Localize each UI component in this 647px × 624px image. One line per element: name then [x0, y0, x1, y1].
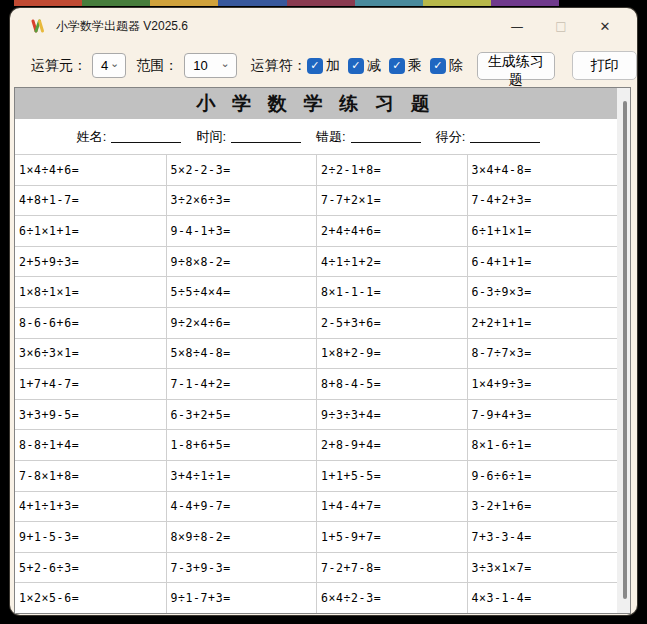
scrollbar-thumb[interactable]: [623, 101, 627, 599]
problem-cell: 1+1+5-5=: [316, 460, 467, 491]
problem-cell: 4-4+9-7=: [166, 491, 317, 522]
info-field: 得分:: [436, 128, 556, 146]
app-window: 小学数学出题器 V2025.6 — □ ✕ 运算元： 4 ⌄ 范围： 10 ⌄ …: [10, 8, 637, 615]
print-button[interactable]: 打印: [572, 51, 637, 80]
chevron-down-icon: ⌄: [221, 59, 230, 67]
problem-cell: 9÷2×4÷6=: [166, 307, 317, 338]
problem-cell: 2+8-9+4=: [316, 429, 467, 460]
problem-cell: 1×4+9÷3=: [467, 368, 618, 399]
worksheet-title: 小 学 数 学 练 习 题: [196, 91, 436, 117]
info-field-label: 时间:: [196, 128, 226, 146]
worksheet-area: 小 学 数 学 练 习 题 姓名:时间:错题:得分: 1×4÷4+6=5×2-2…: [14, 87, 631, 614]
problems-table: 1×4÷4+6=5×2-2-3=2÷2-1+8=3×4+4-8=4+8+1-7=…: [15, 154, 617, 613]
problem-cell: 7-3+9-3=: [166, 552, 317, 583]
worksheet-title-band: 小 学 数 学 练 习 题: [15, 88, 617, 119]
problem-cell: 9÷3÷3+4=: [316, 399, 467, 430]
problem-cell: 9+1-5-3=: [15, 521, 166, 552]
problem-cell: 6÷1+1×1=: [467, 215, 618, 246]
problem-cell: 6÷1×1+1=: [15, 215, 166, 246]
problem-cell: 9-4-1+3=: [166, 215, 317, 246]
operators-group: ✓加✓减✓乘✓除: [307, 57, 471, 75]
artifact-color-segment: [218, 0, 286, 6]
problem-cell: 8+8-4-5=: [316, 368, 467, 399]
problem-cell: 6-3+2+5=: [166, 399, 317, 430]
artifact-color-segment: [150, 0, 218, 6]
problem-cell: 2+5+9÷3=: [15, 246, 166, 277]
problem-cell: 8×1-6÷1=: [467, 429, 618, 460]
artifact-color-segment: [355, 0, 423, 6]
problem-cell: 6×4÷2-3=: [316, 582, 467, 613]
operator-checkbox-除[interactable]: ✓除: [430, 57, 463, 75]
problem-cell: 2+4÷4+6=: [316, 215, 467, 246]
problem-cell: 6-3÷9×3=: [467, 276, 618, 307]
titlebar: 小学数学出题器 V2025.6 — □ ✕: [10, 8, 637, 44]
problem-cell: 7-9+4+3=: [467, 399, 618, 430]
operators-label: 运算符：: [251, 57, 307, 75]
close-button[interactable]: ✕: [583, 8, 627, 44]
checkbox-checked-icon[interactable]: ✓: [389, 58, 405, 74]
toolbar: 运算元： 4 ⌄ 范围： 10 ⌄ 运算符： ✓加✓减✓乘✓除 生成练习题 打印: [10, 44, 637, 87]
info-field: 姓名:: [77, 128, 197, 146]
problem-cell: 3×4+4-8=: [467, 154, 618, 185]
range-select[interactable]: 10 ⌄: [184, 53, 237, 78]
artifact-color-segment: [287, 0, 355, 6]
problem-cell: 6-4+1+1=: [467, 246, 618, 277]
problem-cell: 1-8+6+5=: [166, 429, 317, 460]
worksheet-sheet: 小 学 数 学 练 习 题 姓名:时间:错题:得分: 1×4÷4+6=5×2-2…: [15, 88, 617, 613]
operand-count-value: 4: [101, 58, 108, 73]
info-field-blank-line: [231, 130, 301, 143]
problem-cell: 8×9÷8-2=: [166, 521, 317, 552]
problem-cell: 1×8+2-9=: [316, 338, 467, 369]
info-field: 时间:: [196, 128, 316, 146]
info-field-blank-line: [111, 130, 181, 143]
artifact-color-segment: [491, 0, 559, 6]
problem-cell: 9÷1-7+3=: [166, 582, 317, 613]
problem-cell: 3×6÷3×1=: [15, 338, 166, 369]
problem-cell: 4×3-1-4=: [467, 582, 618, 613]
chevron-down-icon: ⌄: [110, 59, 119, 67]
problem-cell: 1×2×5-6=: [15, 582, 166, 613]
background-window-artifact: [14, 0, 559, 6]
problem-cell: 8-8÷1+4=: [15, 429, 166, 460]
problem-cell: 2÷2-1+8=: [316, 154, 467, 185]
problem-cell: 8-6-6+6=: [15, 307, 166, 338]
artifact-color-segment: [14, 0, 82, 6]
generate-button[interactable]: 生成练习题: [477, 52, 555, 80]
worksheet-info-row: 姓名:时间:错题:得分:: [15, 119, 617, 154]
problem-cell: 8-7÷7×3=: [467, 338, 618, 369]
checkbox-checked-icon[interactable]: ✓: [307, 58, 323, 74]
problem-cell: 1+7+4-7=: [15, 368, 166, 399]
info-field-blank-line: [470, 130, 540, 143]
info-field-blank-line: [351, 130, 421, 143]
operator-checkbox-加[interactable]: ✓加: [307, 57, 340, 75]
problem-cell: 5÷5÷4×4=: [166, 276, 317, 307]
operand-count-select[interactable]: 4 ⌄: [92, 53, 126, 78]
problem-cell: 3-2+1+6=: [467, 491, 618, 522]
maximize-button[interactable]: □: [539, 8, 583, 44]
problem-cell: 7-4+2+3=: [467, 185, 618, 216]
window-title: 小学数学出题器 V2025.6: [56, 18, 188, 35]
operator-checkbox-减[interactable]: ✓减: [348, 57, 381, 75]
problem-cell: 3÷3×1×7=: [467, 552, 618, 583]
operator-label: 减: [367, 57, 381, 75]
problem-cell: 9-6÷6÷1=: [467, 460, 618, 491]
info-field-label: 姓名:: [77, 128, 107, 146]
operator-label: 加: [326, 57, 340, 75]
range-value: 10: [193, 58, 207, 73]
info-field-label: 错题:: [316, 128, 346, 146]
checkbox-checked-icon[interactable]: ✓: [348, 58, 364, 74]
checkbox-checked-icon[interactable]: ✓: [430, 58, 446, 74]
artifact-color-segment: [423, 0, 491, 6]
scrollbar[interactable]: [617, 88, 630, 613]
minimize-button[interactable]: —: [495, 8, 539, 44]
problem-cell: 3+4÷1÷1=: [166, 460, 317, 491]
operator-checkbox-乘[interactable]: ✓乘: [389, 57, 422, 75]
problem-cell: 3+3+9-5=: [15, 399, 166, 430]
problem-cell: 7+3-3-4=: [467, 521, 618, 552]
problem-cell: 9÷8×8-2=: [166, 246, 317, 277]
problem-cell: 1+4-4+7=: [316, 491, 467, 522]
app-logo-icon: [30, 18, 47, 34]
problem-cell: 7-8×1+8=: [15, 460, 166, 491]
info-field-label: 得分:: [436, 128, 466, 146]
problem-cell: 1×8÷1×1=: [15, 276, 166, 307]
